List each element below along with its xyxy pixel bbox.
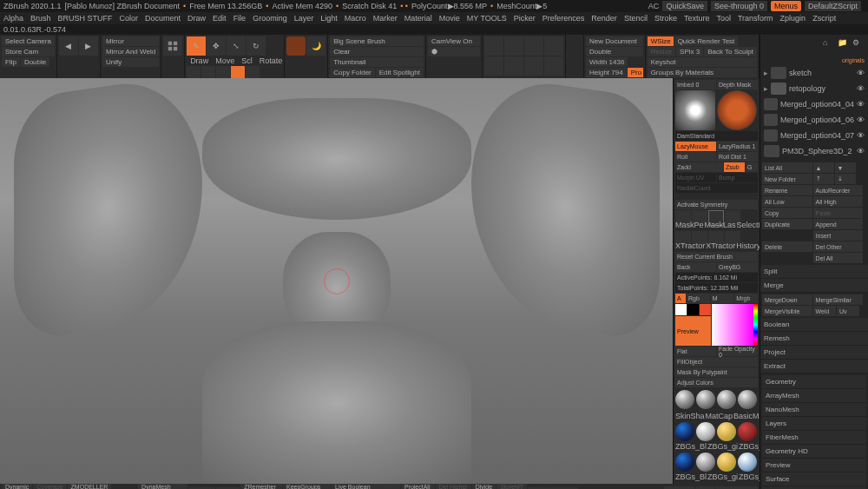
menu-macro[interactable]: Macro — [345, 14, 366, 23]
view-icon-4[interactable] — [544, 36, 563, 56]
menu-stroke[interactable]: Stroke — [654, 14, 677, 23]
section-preview[interactable]: Preview — [762, 459, 866, 472]
up-icon[interactable]: ▲ — [813, 162, 834, 173]
all-low-btn[interactable]: All Low — [762, 196, 812, 207]
lazymouse-toggle[interactable]: LazyMouse — [675, 142, 716, 151]
duplicate-btn[interactable]: Duplicate — [762, 219, 812, 229]
move-down-icon[interactable]: ⤓ — [835, 174, 856, 184]
menu-zscript[interactable]: Zscript — [812, 14, 836, 23]
activate-symmetry[interactable]: Activate Symmetry — [675, 200, 758, 209]
swatch-white[interactable] — [675, 304, 687, 315]
section-surface[interactable]: Surface — [762, 472, 866, 486]
adjust-colors[interactable]: Adjust Colors — [675, 378, 758, 387]
reset-brush[interactable]: Reset Current Brush — [675, 252, 758, 261]
del-other-btn[interactable]: Del Other — [813, 241, 864, 252]
pro-button[interactable]: Pro — [628, 68, 643, 77]
section-geometry[interactable]: Geometry — [762, 375, 866, 389]
play-icon[interactable]: ▶ — [79, 36, 98, 56]
alpha-preview[interactable] — [717, 90, 757, 130]
view-icon-5[interactable] — [484, 56, 503, 76]
down-icon[interactable]: ▼ — [835, 162, 856, 173]
thumbnail-button[interactable]: Thumbnail — [330, 57, 424, 67]
matcap-6[interactable] — [696, 422, 715, 441]
uv-btn[interactable]: Uv — [837, 306, 859, 316]
roll-dist[interactable]: Roll Dist 1 — [717, 152, 758, 162]
matcap-12[interactable] — [738, 453, 757, 472]
double2-button[interactable]: Double — [586, 47, 643, 56]
subtool-retopology[interactable]: ▸retopology👁 — [762, 81, 866, 96]
section-layers[interactable]: Layers — [762, 417, 866, 431]
menu-zplugin[interactable]: Zplugin — [780, 14, 806, 23]
depth-mask[interactable]: Depth Mask — [717, 80, 758, 89]
view-icon-1[interactable] — [484, 36, 503, 56]
section-fibermesh[interactable]: FiberMesh — [762, 431, 866, 445]
draw-mode-icon[interactable]: ✎ — [187, 36, 206, 56]
menu-picker[interactable]: Picker — [514, 14, 536, 23]
imbed-slider[interactable]: Imbed 0 — [675, 80, 716, 89]
rename-btn[interactable]: Rename — [762, 185, 812, 195]
keyshot-button[interactable]: Keyshot — [648, 57, 757, 67]
grid-icon[interactable] — [163, 36, 182, 56]
big-scene-brush[interactable]: Big Scene Brush — [330, 36, 424, 46]
extract-section[interactable]: Extract — [760, 360, 868, 373]
zadd-button[interactable]: Zadd — [675, 162, 723, 172]
moon-icon[interactable]: 🌙 — [306, 36, 326, 56]
zsub-button[interactable]: Zsub — [724, 162, 745, 172]
mirror-button[interactable]: Mirror — [102, 36, 159, 46]
remesh-section[interactable]: Remesh — [760, 332, 868, 346]
resize-button[interactable]: Resize — [648, 47, 675, 56]
subtool-merged-04[interactable]: Merged_option04_04👁 — [762, 96, 866, 112]
menu-brushstuff[interactable]: BRUSH STUFF — [58, 14, 113, 23]
preview-button[interactable]: Preview — [675, 316, 711, 346]
matcap-9[interactable] — [675, 453, 694, 472]
wsize-button[interactable]: WSize — [648, 36, 674, 46]
subtool-merged-07[interactable]: Merged_option04_07👁 — [762, 128, 866, 143]
greybg-button[interactable]: GreyBG — [717, 262, 758, 272]
insert-btn[interactable]: Insert — [813, 230, 864, 241]
spix-slider[interactable]: SPix 3 — [676, 47, 703, 56]
fill-object[interactable]: FillObject — [675, 357, 758, 367]
menu-file[interactable]: File — [233, 14, 247, 23]
quicksave-button[interactable]: QuickSave — [662, 1, 707, 11]
menu-material[interactable]: Material — [404, 14, 432, 23]
subtool-sphere[interactable]: PM3D_Sphere3D_2👁 — [762, 143, 866, 159]
autoreorder-btn[interactable]: AutoReorder — [813, 185, 864, 195]
home-icon[interactable]: ⌂ — [823, 38, 835, 50]
unify-button[interactable]: Unify — [102, 57, 159, 67]
matcap-1[interactable] — [675, 390, 694, 409]
groups-by-materials[interactable]: Groups By Materials — [648, 68, 757, 77]
matcap-5[interactable] — [675, 422, 694, 441]
all-high-btn[interactable]: All High — [813, 196, 864, 207]
width-field[interactable]: Width 1436 — [586, 57, 628, 67]
project-section[interactable]: Project — [760, 346, 868, 360]
menu-light[interactable]: Light — [320, 14, 338, 23]
menu-tool[interactable]: Tool — [716, 14, 731, 23]
matcap-7[interactable] — [717, 422, 736, 441]
matcap-4[interactable] — [738, 390, 757, 409]
menu-marker[interactable]: Marker — [373, 14, 398, 23]
menu-texture[interactable]: Texture — [684, 14, 710, 23]
section-nanomesh[interactable]: NanoMesh — [762, 403, 866, 417]
paste-btn[interactable]: Paste — [813, 208, 864, 218]
menu-alpha[interactable]: Alpha — [3, 14, 23, 23]
matcap-2[interactable] — [696, 390, 715, 409]
list-all[interactable]: List All — [762, 162, 812, 173]
menu-grooming[interactable]: Grooming — [253, 14, 287, 23]
back-button[interactable]: Back — [675, 262, 716, 272]
mirror-weld-button[interactable]: Mirror And Weld — [102, 47, 159, 56]
back-to-sculpt[interactable]: Back To Sculpt — [704, 47, 757, 56]
rgb-button[interactable]: Rgb — [687, 294, 710, 303]
mergesimilar-btn[interactable]: MergeSimilar — [813, 294, 864, 305]
view-icon-8[interactable] — [544, 56, 563, 76]
menu-color[interactable]: Color — [120, 14, 139, 23]
menu-draw[interactable]: Draw — [187, 14, 206, 23]
morph-uv[interactable]: Morph UV — [675, 173, 716, 182]
menu-render[interactable]: Render — [591, 14, 617, 23]
sphere-icon[interactable] — [286, 36, 306, 56]
edit-spotlight[interactable]: Edit Spotlight — [376, 68, 424, 77]
rotate-mode-icon[interactable]: ↻ — [247, 36, 266, 56]
quick-render[interactable]: Quick Render Test — [674, 36, 739, 46]
flip-button[interactable]: Flip — [2, 57, 20, 67]
view-icon-3[interactable] — [524, 36, 543, 56]
menu-edit[interactable]: Edit — [213, 14, 227, 23]
